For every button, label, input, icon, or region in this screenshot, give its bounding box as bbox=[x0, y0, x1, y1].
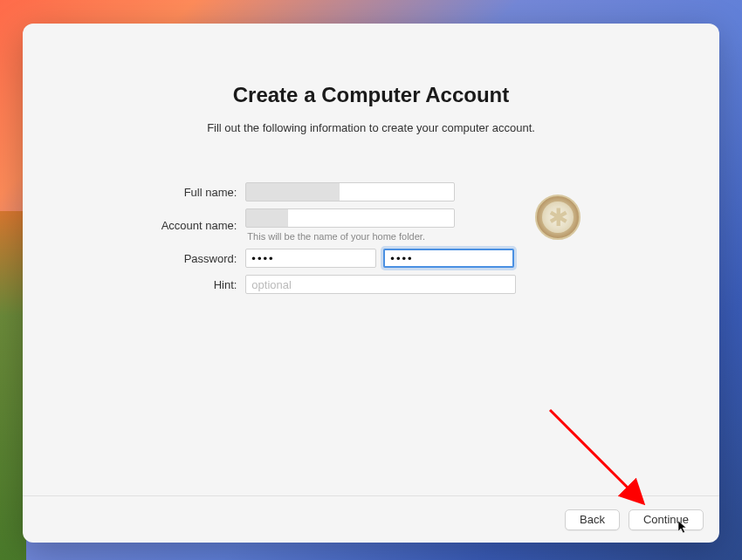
account-name-helper: This will be the name of your home folde… bbox=[247, 231, 425, 242]
form-grid: Full name: Account name: This will be th… bbox=[161, 182, 517, 294]
footer-bar: Back Continue bbox=[23, 495, 719, 543]
continue-button[interactable]: Continue bbox=[629, 509, 704, 530]
hint-label: Hint: bbox=[161, 278, 237, 291]
account-name-label: Account name: bbox=[161, 219, 237, 232]
content-area: Create a Computer Account Fill out the f… bbox=[23, 24, 719, 495]
password-verify-input[interactable] bbox=[383, 249, 514, 268]
password-label: Password: bbox=[161, 252, 237, 265]
setup-window: Create a Computer Account Fill out the f… bbox=[23, 24, 719, 543]
hint-input[interactable] bbox=[245, 275, 516, 294]
page-title: Create a Computer Account bbox=[233, 83, 510, 107]
full-name-input[interactable] bbox=[245, 182, 455, 201]
page-subtitle: Fill out the following information to cr… bbox=[207, 121, 535, 134]
account-avatar-icon[interactable] bbox=[535, 195, 581, 240]
form-container: Full name: Account name: This will be th… bbox=[161, 182, 581, 294]
back-button[interactable]: Back bbox=[565, 509, 620, 530]
full-name-label: Full name: bbox=[161, 186, 237, 199]
password-input[interactable] bbox=[245, 249, 376, 268]
account-name-input[interactable] bbox=[245, 208, 455, 228]
